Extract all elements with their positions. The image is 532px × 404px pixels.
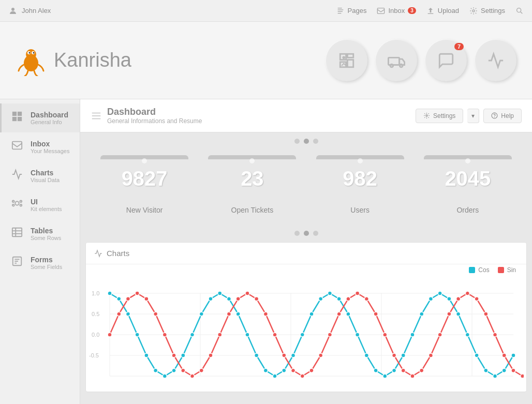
settings-button[interactable]: Settings [416,109,463,123]
svg-point-135 [364,297,368,301]
svg-point-78 [254,353,258,357]
carousel-dot-b1[interactable] [294,231,300,236]
content-header: Dashboard General Informations and Resum… [80,99,532,132]
svg-point-88 [346,312,350,316]
settings-link[interactable]: Settings [469,7,505,15]
svg-point-118 [209,353,213,357]
charts-section: Charts Cos Sin [85,242,527,392]
svg-point-94 [401,353,405,357]
sidebar-item-forms[interactable]: Forms Some Fields [0,248,80,277]
chart-container: 1.0 0.5 0.0 -0.5 [86,278,526,392]
svg-point-73 [209,297,213,301]
svg-point-131 [328,333,332,337]
search-link[interactable] [515,7,524,15]
sidebar-tables-text: Tables Some Rows [31,227,61,241]
carousel-dot-b3[interactable] [313,231,318,236]
settings-icon [469,7,478,15]
upload-link[interactable]: Upload [426,7,459,15]
dashboard-nav-icon [10,111,24,125]
svg-point-7 [472,10,475,12]
carousel-dot-1[interactable] [294,139,300,144]
svg-point-129 [309,368,314,372]
svg-point-80 [273,374,277,378]
app-header: Kanrisha 7 [0,22,532,99]
svg-point-47 [495,117,495,117]
sidebar-inbox-text: Inbox Your Messages [31,140,69,154]
svg-rect-34 [12,228,22,237]
svg-point-29 [15,201,19,205]
sidebar-item-inbox[interactable]: Inbox Your Messages [0,132,80,161]
carousel-dot-3[interactable] [313,139,318,144]
carousel-dot-2[interactable] [304,139,309,144]
svg-text:0.5: 0.5 [92,311,99,317]
svg-point-151 [511,368,515,372]
svg-point-97 [428,297,433,301]
stat-card-users[interactable]: 982 Users [316,155,404,214]
messages-btn[interactable]: 7 [425,40,467,81]
charts-title: Charts [107,249,129,258]
user-info: John Alex [8,6,51,16]
svg-point-128 [300,374,304,378]
content-titles: Dashboard General Informations and Resum… [107,107,202,125]
content-header-icon [91,110,102,122]
svg-point-106 [511,353,515,357]
upload-icon [426,7,435,15]
svg-point-149 [493,333,497,337]
svg-point-130 [318,353,322,357]
sidebar-forms-text: Forms Some Fields [31,256,62,270]
content-header-actions: Settings ▾ Help [416,109,522,123]
svg-rect-24 [12,112,17,116]
sidebar-item-ui[interactable]: UI Kit elements [0,190,80,219]
svg-point-30 [12,201,14,203]
stat-card-tickets[interactable]: 23 Open Tickets [208,155,296,214]
inbox-link[interactable]: Inbox 3 [377,7,416,15]
svg-point-31 [20,201,22,203]
svg-point-123 [254,297,258,301]
svg-point-63 [116,297,121,301]
svg-rect-28 [12,142,22,149]
svg-point-121 [236,297,240,301]
svg-point-70 [181,353,185,357]
settings-dropdown-button[interactable]: ▾ [467,109,479,123]
svg-point-98 [438,291,442,295]
analytics-btn[interactable] [475,40,516,81]
sidebar-item-dashboard[interactable]: Dashboard General Info [0,103,80,132]
svg-point-72 [199,312,203,316]
delivery-btn[interactable] [376,40,417,81]
stats-row: 9827 New Visitor 23 Open Tickets 982 Use… [80,150,532,225]
carousel-dots-top [80,132,532,150]
help-button[interactable]: Help [483,109,522,123]
svg-point-85 [318,297,322,301]
sidebar-item-charts[interactable]: Charts Visual Data [0,161,80,190]
svg-point-107 [108,333,112,337]
sidebar-item-tables[interactable]: Tables Some Rows [0,219,80,248]
svg-point-15 [33,52,35,53]
svg-point-100 [456,312,460,316]
svg-point-89 [355,333,359,337]
chat-icon [437,52,455,69]
svg-point-86 [328,291,332,295]
chart-line-icon [487,52,505,69]
stat-card-visitors[interactable]: 9827 New Visitor [100,155,188,214]
messages-badge: 7 [454,43,464,50]
svg-point-127 [291,368,295,372]
top-bar: John Alex Pages Inbox 3 Upload Settings [0,0,532,22]
legend-sin-color [498,267,504,273]
help-icon [491,112,498,119]
card-pin [358,158,363,163]
svg-point-23 [400,64,403,67]
top-nav: Pages Inbox 3 Upload Settings [336,7,524,15]
pages-link[interactable]: Pages [336,7,367,15]
stat-card-orders[interactable]: 2045 Orders [424,155,512,214]
charts-header: Charts [86,243,526,264]
carousel-dot-b2[interactable] [304,231,309,236]
svg-point-0 [11,8,14,11]
svg-point-138 [392,353,396,357]
legend-cos-color [469,267,475,273]
svg-rect-1 [337,8,342,8]
tables-nav-icon [10,227,24,241]
forms-nav-icon [10,256,24,270]
pages-icon [336,7,345,15]
dashboard-btn[interactable] [326,40,367,81]
svg-point-148 [483,312,487,316]
